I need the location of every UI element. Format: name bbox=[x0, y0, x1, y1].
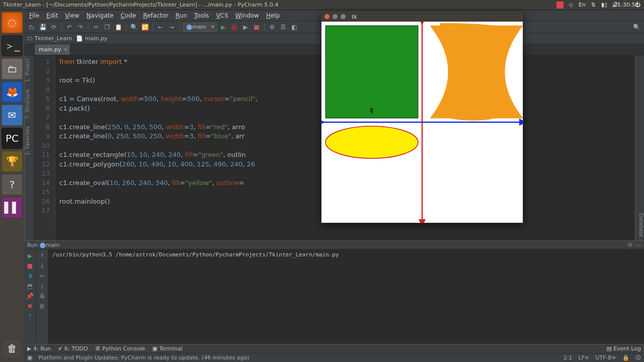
run-icon[interactable]: ▶ bbox=[219, 23, 228, 32]
redo-icon[interactable]: ↷ bbox=[76, 23, 85, 32]
rerun-icon[interactable]: ▶ bbox=[28, 252, 32, 259]
file-encoding[interactable]: UTF-8≑ bbox=[595, 354, 616, 361]
tool-tabs-right[interactable]: Database bbox=[635, 55, 644, 240]
down-stack-icon[interactable]: ↓ bbox=[39, 262, 44, 269]
tk-titlebar[interactable]: tk bbox=[321, 12, 523, 22]
language-indicator[interactable]: En bbox=[579, 2, 586, 9]
close-run-icon[interactable]: ✖ bbox=[27, 303, 32, 310]
open-icon[interactable]: 🗀 bbox=[27, 23, 36, 32]
run-toolwindow-header[interactable]: Run ⬤ main ⚙ — bbox=[24, 240, 644, 249]
tab-mainpy[interactable]: main.py bbox=[34, 44, 70, 55]
tab-pyconsole[interactable]: ⌘ Python Console bbox=[95, 345, 145, 352]
tab-todo[interactable]: ✔ 6: TODO bbox=[58, 345, 88, 352]
run-config-select[interactable]: ⬤ main bbox=[183, 23, 217, 32]
power-icon[interactable]: ⏻ bbox=[634, 2, 641, 9]
pin-icon[interactable]: 📌 bbox=[26, 293, 34, 300]
tk-min-icon[interactable] bbox=[333, 14, 338, 19]
find-icon[interactable]: 🔍 bbox=[129, 23, 138, 32]
menu-view[interactable]: View bbox=[65, 12, 79, 19]
menu-edit[interactable]: Edit bbox=[46, 12, 58, 19]
menu-navigate[interactable]: Navigate bbox=[87, 12, 114, 19]
tool-hide-icon[interactable]: — bbox=[635, 242, 641, 248]
menu-window[interactable]: Window bbox=[235, 12, 259, 19]
stop-icon[interactable]: ■ bbox=[252, 23, 261, 32]
caret-position: 2:1 bbox=[564, 354, 573, 361]
cut-icon[interactable]: ✂ bbox=[92, 23, 101, 32]
tab-run[interactable]: ▶ 4: Run bbox=[27, 345, 51, 352]
search-everywhere-icon[interactable]: 🔍 bbox=[632, 23, 641, 32]
breadcrumb-file[interactable]: main.py bbox=[76, 35, 107, 42]
run-output[interactable]: /usr/bin/python3.5 /home/astrok/Document… bbox=[48, 249, 644, 344]
menu-help[interactable]: Help bbox=[266, 12, 280, 19]
code[interactable]: from tkinter import * root = Tk() c1 = C… bbox=[55, 55, 262, 240]
tk-close-icon[interactable] bbox=[325, 14, 330, 19]
tool-settings-icon[interactable]: ⚙ bbox=[627, 242, 632, 248]
menu-vcs[interactable]: VCS bbox=[216, 12, 228, 19]
inspections-icon[interactable]: ☺ bbox=[635, 354, 641, 361]
svg-rect-0 bbox=[326, 26, 418, 118]
help-icon[interactable]: ? bbox=[2, 174, 23, 195]
menu-refactor[interactable]: Refactor bbox=[143, 12, 168, 19]
copy-icon[interactable]: ❐ bbox=[103, 23, 112, 32]
recording-indicator-icon bbox=[556, 2, 564, 9]
tk-title: tk bbox=[352, 14, 357, 20]
pause-icon[interactable]: ⏸ bbox=[27, 273, 33, 280]
thunderbird-icon[interactable]: ✉ bbox=[2, 105, 23, 126]
sdk-icon[interactable]: ◧ bbox=[290, 23, 299, 32]
bottom-toolbar: ▶ 4: Run ✔ 6: TODO ⌘ Python Console ▣ Te… bbox=[24, 344, 644, 353]
window-title: Tkinter_Learn - [~/Documents/Python/Pych… bbox=[3, 2, 278, 8]
clear-icon[interactable]: 🗑 bbox=[39, 303, 45, 310]
run-toolwindow: ▶ ■ ⏸ ⬒ 📌 ✖ ? ↑ ↓ ↩ ⭳ 🖶 🗑 /usr/bin/pytho… bbox=[24, 249, 644, 344]
dash-icon[interactable]: ◌ bbox=[2, 12, 23, 33]
trash-icon[interactable]: 🗑 bbox=[2, 338, 23, 359]
breadcrumb-project[interactable]: Tkinter_Learn bbox=[27, 35, 72, 42]
tool-tabs-left[interactable]: 2: Favorites 7: Structure 1: Project bbox=[24, 55, 33, 240]
launcher-dock: ◌ ＞_ 🗀 🦊 ✉ PC 🏆 ? ▌▌ 🗑 bbox=[0, 10, 24, 362]
settings-icon[interactable]: ⚙ bbox=[268, 23, 277, 32]
terminal-icon[interactable]: ＞_ bbox=[2, 35, 23, 56]
pycharm-icon[interactable]: PC bbox=[2, 128, 23, 149]
status-message: Platform and Plugin Updates: PyCharm is … bbox=[38, 354, 249, 361]
tab-terminal[interactable]: ▣ Terminal bbox=[152, 345, 183, 352]
svg-point-3 bbox=[326, 126, 418, 158]
gutter: 1 2 3 4 5 6 7 8 9 10 11 12 13 14 15 16 1… bbox=[33, 55, 55, 240]
print-icon[interactable]: 🖶 bbox=[39, 293, 45, 300]
tk-canvas: ✎ bbox=[321, 22, 523, 223]
app-icon[interactable]: 🏆 bbox=[2, 151, 23, 172]
help-run-icon[interactable]: ? bbox=[28, 313, 31, 320]
menu-run[interactable]: Run bbox=[176, 12, 187, 19]
soft-wrap-icon[interactable]: ↩ bbox=[39, 273, 44, 280]
structure-icon[interactable]: ☰ bbox=[279, 23, 288, 32]
forward-icon[interactable]: → bbox=[167, 23, 176, 32]
tk-window[interactable]: tk ✎ bbox=[321, 11, 523, 223]
up-stack-icon[interactable]: ↑ bbox=[39, 252, 44, 259]
save-icon[interactable]: 💾 bbox=[38, 23, 47, 32]
tk-max-icon[interactable] bbox=[341, 14, 346, 19]
event-log[interactable]: ▤ Event Log bbox=[606, 345, 641, 352]
firefox-icon[interactable]: 🦊 bbox=[2, 81, 23, 103]
menu-file[interactable]: File bbox=[29, 12, 39, 19]
files-icon[interactable]: 🗀 bbox=[2, 58, 23, 79]
menu-code[interactable]: Code bbox=[121, 12, 136, 19]
software-icon[interactable]: ▌▌ bbox=[2, 197, 23, 218]
restore-layout-icon[interactable]: ⬒ bbox=[27, 283, 33, 290]
paste-icon[interactable]: 📋 bbox=[114, 23, 123, 32]
status-bar: ▣ Platform and Plugin Updates: PyCharm i… bbox=[24, 353, 644, 362]
dropbox-icon[interactable]: ◇ bbox=[568, 2, 575, 9]
stop-run-icon[interactable]: ■ bbox=[27, 262, 33, 269]
line-separator[interactable]: LF≑ bbox=[579, 354, 590, 361]
readonly-lock-icon[interactable]: 🔒 bbox=[622, 354, 629, 361]
network-icon[interactable]: ⇅ bbox=[590, 2, 597, 9]
scroll-end-icon[interactable]: ⭳ bbox=[39, 283, 45, 290]
debug-icon[interactable]: 🐞 bbox=[230, 23, 239, 32]
back-icon[interactable]: ← bbox=[156, 23, 165, 32]
sync-icon[interactable]: ⟳ bbox=[49, 23, 58, 32]
menu-tools[interactable]: Tools bbox=[194, 12, 209, 19]
run-with-coverage-icon[interactable]: ▶ bbox=[241, 23, 250, 32]
status-toggle-icon[interactable]: ▣ bbox=[27, 354, 32, 361]
battery-icon[interactable]: ▮▯ bbox=[601, 2, 608, 9]
undo-icon[interactable]: ↶ bbox=[65, 23, 74, 32]
clock[interactable]: 21:30:51 bbox=[623, 2, 630, 9]
replace-icon[interactable]: 🔁 bbox=[140, 23, 149, 32]
